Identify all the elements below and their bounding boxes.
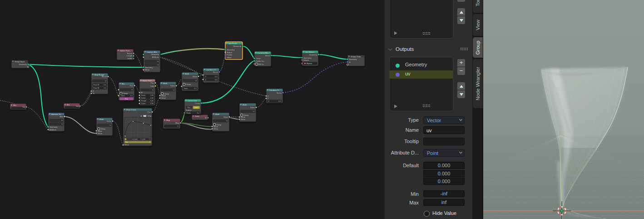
svg-text:Value: Value	[213, 125, 218, 128]
svg-text:Profile Cur: Profile Cur	[256, 60, 265, 62]
svg-text:1m: 1m	[197, 112, 199, 114]
svg-text:Geometry: Geometry	[19, 63, 27, 65]
svg-text:Map: Map	[166, 119, 170, 121]
svg-text:Detail: Detail	[141, 97, 146, 99]
svg-text:Clamp: Clamp	[123, 93, 128, 95]
svg-text:Geometry: Geometry	[145, 66, 153, 69]
svg-text:X 0.5000: X 0.5000	[132, 139, 138, 140]
svg-text:Vector: Vector	[277, 92, 282, 94]
svg-text:0.0: 0.0	[215, 79, 217, 81]
svg-text:Value: Value	[213, 128, 218, 130]
svg-text:Vector: Vector	[213, 71, 218, 73]
svg-text:0.0: 0.0	[278, 100, 281, 102]
svg-text:Curve to Me..: Curve to Me..	[258, 52, 269, 54]
svg-text:Y 1.025: Y 1.025	[140, 139, 145, 140]
svg-text:Geometry: Geometry	[151, 53, 159, 55]
svg-text:Factor: Factor	[127, 52, 133, 55]
svg-text:Curve: Curve	[195, 102, 200, 105]
svg-text:Fac: Fac	[151, 82, 154, 84]
svg-text:1.0: 1.0	[104, 87, 106, 89]
svg-text:Val: Val	[76, 105, 79, 107]
svg-text:Capture Attr..: Capture Attr..	[147, 51, 158, 53]
svg-text:Map: Map	[175, 122, 179, 124]
svg-text:W: W	[205, 117, 207, 119]
svg-text:1.0: 1.0	[149, 141, 151, 143]
svg-text:Attribute: Attribute	[50, 129, 57, 131]
svg-text:Float Curve: Float Curve	[126, 109, 136, 111]
svg-text:Radi.: Radi.	[194, 107, 198, 109]
svg-text:0: 0	[177, 125, 178, 127]
svg-text:0.0: 0.0	[104, 84, 106, 86]
svg-text:Geometry: Geometry	[233, 45, 241, 47]
svg-text:Fac: Fac	[126, 141, 129, 143]
svg-text:0.50: 0.50	[150, 100, 154, 102]
svg-text:Value: Value	[170, 85, 175, 87]
svg-text:Rough: Rough	[141, 100, 146, 102]
svg-text:2.00: 2.00	[150, 97, 154, 99]
svg-text:Spline Para..: Spline Para..	[120, 50, 131, 52]
svg-text:Result: Result	[102, 75, 107, 78]
svg-text:Geometry: Geometry	[227, 49, 235, 51]
svg-text:Value: Value	[98, 132, 103, 134]
svg-text:Value: Value	[121, 95, 125, 97]
svg-text:W: W	[141, 91, 143, 94]
svg-text:From M: From M	[94, 87, 99, 89]
svg-text:Value: Value	[145, 69, 150, 71]
svg-text:Min: Min	[13, 104, 16, 106]
svg-text:Math: Math	[99, 118, 104, 120]
svg-text:Value: Value	[107, 120, 112, 122]
svg-text:Geometry: Geometry	[50, 126, 58, 128]
svg-text:Positio: Positio	[227, 54, 233, 56]
svg-text:Value: Value	[195, 115, 200, 117]
svg-text:0.5: 0.5	[194, 88, 196, 90]
svg-text:Geometry: Geometry	[309, 54, 317, 56]
svg-text:Group Outp..: Group Outp..	[351, 55, 362, 58]
svg-text:Mix: Mix	[67, 104, 70, 106]
svg-text:Distor: Distor	[141, 103, 146, 105]
svg-text:Length: Length	[127, 55, 132, 57]
svg-text:Scale: Scale	[141, 95, 145, 96]
svg-text:Value: Value	[184, 88, 188, 90]
svg-text:Math: Math	[163, 82, 168, 85]
svg-text:Noise Text..: Noise Text..	[143, 80, 153, 82]
svg-text:Math: Math	[185, 73, 189, 75]
svg-text:Combine X..: Combine X..	[206, 69, 217, 71]
svg-text:Max: Max	[59, 115, 63, 118]
svg-text:Group Input: Group Input	[15, 60, 25, 63]
svg-text:Index: Index	[128, 57, 132, 60]
svg-text:Selecti: Selecti	[303, 59, 309, 61]
svg-text:uv: uv	[349, 61, 351, 63]
svg-text:Value: Value	[161, 95, 166, 97]
svg-text:Radiu: Radiu	[187, 112, 191, 114]
svg-text:Value: Value	[250, 106, 255, 109]
svg-text:Value: Value	[241, 118, 246, 120]
svg-text:Math: Math	[243, 104, 247, 106]
svg-text:From M: From M	[94, 84, 99, 86]
svg-text:Value: Value	[161, 97, 166, 99]
svg-text:Value: Value	[124, 144, 129, 146]
svg-text:1.0: 1.0	[130, 95, 132, 97]
svg-text:2.00: 2.00	[150, 95, 154, 96]
svg-text:Attribute: Attribute	[152, 56, 159, 58]
svg-text:Colo: Colo	[150, 85, 154, 87]
svg-text:Fac: Fac	[130, 85, 133, 87]
svg-text:Y: Y	[268, 97, 269, 100]
svg-text:Value: Value	[223, 116, 228, 118]
svg-text:Math: Math	[215, 113, 220, 115]
svg-text:Value: Value	[193, 75, 198, 78]
svg-text:0.00: 0.00	[150, 103, 154, 105]
svg-text:Radius: Radius	[186, 109, 191, 111]
svg-text:Materia: Materia	[307, 63, 312, 65]
svg-text:Selecti: Selecti	[227, 51, 232, 54]
svg-text:Combine X..: Combine X..	[269, 89, 280, 91]
svg-text:✕: ✕	[140, 115, 142, 117]
svg-text:Fac: Fac	[125, 98, 128, 100]
svg-text:Attribute St..: Attribute St..	[51, 113, 62, 115]
svg-text:Curve Line: Curve Line	[188, 100, 197, 102]
svg-text:Fac: Fac	[148, 111, 151, 113]
svg-text:Mix: Mix	[122, 83, 125, 85]
svg-text:Geometry: Geometry	[349, 58, 357, 60]
svg-text:Offset: Offset	[227, 56, 232, 59]
svg-text:Curve: Curve	[256, 57, 261, 60]
svg-text:Mesh: Mesh	[265, 55, 270, 57]
